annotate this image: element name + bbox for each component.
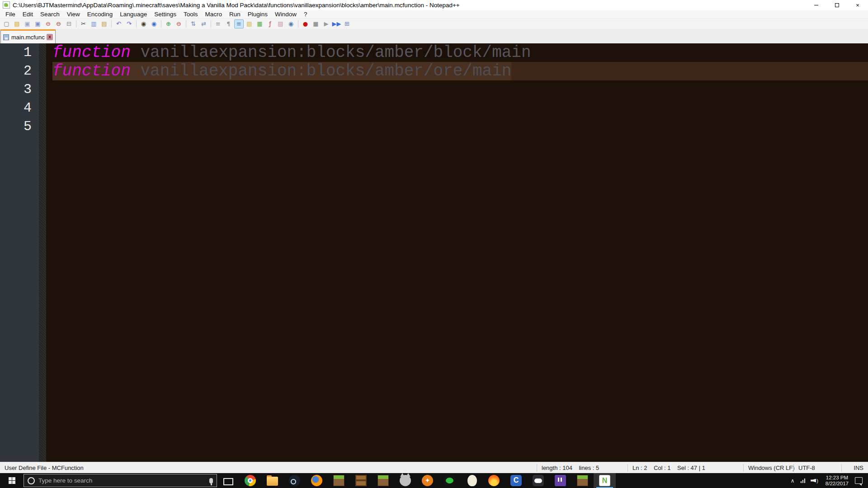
start-button[interactable] [0,473,24,488]
close-icon[interactable]: ⊖ [43,19,53,28]
search-input[interactable] [38,477,207,484]
taskbar-icon-firefox[interactable] [306,473,328,488]
compass-app-icon: ✦ [422,475,433,486]
menu-item-plugins[interactable]: Plugins [244,10,271,18]
code-line-3[interactable] [52,80,868,99]
taskbar-icon-explorer[interactable] [261,473,283,488]
close-all-icon[interactable]: ⊖ [54,19,63,28]
cut-icon[interactable]: ✂ [79,19,88,28]
tab-main-mcfunction[interactable]: main.mcfunction x [0,29,56,43]
taskbar-icon-steam[interactable] [283,473,306,488]
menu-item-run[interactable]: Run [226,10,244,18]
menu-item-file[interactable]: File [2,10,19,18]
toolbar-separator [186,20,186,28]
title-bar: C:\Users\BJTMastermind\AppData\Roaming\.… [0,0,868,10]
restore-icon [835,3,839,7]
status-encoding[interactable]: UTF-8 [794,462,841,473]
folder-as-workspace-icon[interactable]: ▤ [276,19,285,28]
hidden-icons-chevron-icon[interactable]: ∧ [788,478,798,484]
tab-close-icon[interactable]: x [47,34,53,40]
copy-icon[interactable]: ▥ [89,19,99,28]
menu-item-tools[interactable]: Tools [180,10,202,18]
code-line-4[interactable] [52,99,868,117]
function-list-icon[interactable]: ƒ [265,19,275,28]
find-icon[interactable]: ◉ [139,19,148,28]
monitoring-icon[interactable]: ◉ [286,19,296,28]
minimize-button[interactable] [806,0,826,10]
menu-item-view[interactable]: View [63,10,84,18]
saved-file-icon [3,34,9,40]
taskbar-icon-twitch[interactable] [549,473,571,488]
macro-stop-icon[interactable]: ■ [311,19,321,28]
taskbar-search[interactable] [24,474,217,487]
macro-run-multiple-icon[interactable]: ▶▶ [332,19,341,28]
zoom-in-icon[interactable]: ⊕ [164,19,173,28]
taskbar-icon-chest[interactable] [350,473,372,488]
taskbar-icon-minecraft-2[interactable] [372,473,394,488]
code-line-5[interactable] [52,117,868,136]
word-wrap-icon[interactable]: ≡ [234,19,244,28]
save-all-icon[interactable]: ▣ [33,19,42,28]
taskbar-icon-minecraft[interactable] [328,473,350,488]
replace-icon[interactable]: ◉ [149,19,159,28]
taskbar-clock[interactable]: 12:23 PM 8/22/2017 [821,475,853,487]
menu-item-macro[interactable]: Macro [202,10,226,18]
sync-horizontal-icon[interactable]: ⇄ [199,19,208,28]
taskbar-icon-egg[interactable] [461,473,483,488]
undo-icon[interactable]: ↶ [114,19,123,28]
line-number: 3 [0,80,32,99]
menu-item-settings[interactable]: Settings [151,10,180,18]
macro-record-icon[interactable]: ● [301,19,310,28]
print-icon[interactable]: ⊟ [64,19,74,28]
taskbar-icon-fox[interactable] [394,473,416,488]
bookmark-margin[interactable] [39,43,46,462]
taskbar-icon-razer[interactable] [439,473,461,488]
taskbar-icon-flame[interactable] [483,473,505,488]
restore-button[interactable] [826,0,847,10]
code-line-2-selected[interactable]: function vanillaexpansion:blocks/amber/o… [52,62,868,80]
close-button[interactable]: × [847,0,868,10]
notification-center-icon[interactable] [855,477,863,484]
status-bar: User Define File - MCFunction length : 1… [0,462,868,473]
taskbar-apps: ✦CN [217,473,616,488]
toolbar-separator [76,20,76,28]
open-icon[interactable]: ▤ [12,19,22,28]
volume-icon[interactable]: ) [808,478,821,483]
microphone-icon[interactable] [209,478,213,483]
menu-item-[interactable]: ? [300,10,311,18]
show-eol-icon[interactable]: ¶ [224,19,233,28]
code-line-1[interactable]: function vanillaexpansion:blocks/amber/b… [52,43,868,62]
windows-taskbar: ✦CN ∧ ) 12:23 PM 8/22/2017 [0,473,868,488]
taskbar-icon-npp[interactable]: N [594,473,616,488]
show-indent-guide-icon[interactable]: ▤ [245,19,254,28]
code-area[interactable]: function vanillaexpansion:blocks/amber/b… [46,43,868,462]
zoom-out-icon[interactable]: ⊖ [174,19,184,28]
macro-play-icon[interactable]: ▶ [321,19,331,28]
twitch-app-icon [555,475,566,486]
menu-item-edit[interactable]: Edit [19,10,37,18]
taskbar-icon-task-view[interactable] [217,473,239,488]
editor-area[interactable]: 1 2 3 4 5 function vanillaexpansion:bloc… [0,43,868,462]
chrome-app-icon [245,475,256,486]
status-insert-mode[interactable]: INS [842,462,868,473]
sync-vertical-icon[interactable]: ⇅ [189,19,198,28]
network-icon[interactable] [798,479,808,483]
doc-map-icon[interactable]: ▦ [255,19,264,28]
status-eol-format[interactable]: Windows (CR LF) [744,462,793,473]
taskbar-icon-minecraft-3[interactable] [571,473,594,488]
taskbar-icon-chrome[interactable] [239,473,261,488]
menu-item-search[interactable]: Search [37,10,63,18]
menu-item-language[interactable]: Language [116,10,151,18]
taskbar-icon-discord[interactable] [527,473,549,488]
new-file-icon[interactable]: ▢ [2,19,11,28]
taskbar-icon-compass[interactable]: ✦ [416,473,439,488]
macro-save-icon[interactable]: ⊞ [342,19,352,28]
redo-icon[interactable]: ↷ [124,19,134,28]
show-whitespace-icon[interactable]: ≡ [213,19,223,28]
menu-item-window[interactable]: Window [271,10,300,18]
paste-icon[interactable]: ▤ [99,19,109,28]
menu-item-encoding[interactable]: Encoding [84,10,116,18]
save-icon[interactable]: ▣ [23,19,32,28]
taskbar-icon-c-ide[interactable]: C [505,473,527,488]
fox-app-icon [400,475,411,486]
